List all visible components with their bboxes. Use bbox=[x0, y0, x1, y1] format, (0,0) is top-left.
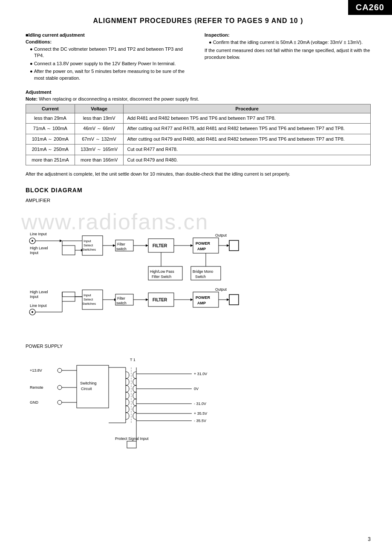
coil-s3 bbox=[133, 385, 136, 392]
idling-left: ■Idling current adjustment Conditions: C… bbox=[26, 32, 192, 83]
v138-circle bbox=[58, 368, 62, 373]
v138-label: +13.8V bbox=[30, 368, 42, 373]
iss1-to-fs1-arrowhead bbox=[113, 244, 115, 247]
iss1-t2: Select bbox=[84, 243, 93, 247]
idling-title: ■Idling current adjustment bbox=[26, 32, 192, 38]
cell-procedure-2: After cutting out R479 and R480, add R48… bbox=[124, 134, 371, 144]
output-2-box bbox=[229, 295, 239, 305]
line-input-2-dot bbox=[32, 311, 33, 313]
power-amp-1-box bbox=[193, 238, 219, 253]
fs1-t1: Filter bbox=[117, 242, 125, 246]
table-row: more than 251mA more than 166mV Cut out … bbox=[26, 155, 371, 165]
cell-voltage-1: 46mV ～ 66mV bbox=[75, 124, 124, 134]
col-header-current: Current bbox=[26, 104, 75, 113]
fs1-filter1-arrowhead bbox=[146, 244, 148, 247]
coil-p3 bbox=[126, 385, 129, 392]
coil-p4 bbox=[126, 392, 129, 399]
cell-voltage-4: more than 166mV bbox=[75, 155, 124, 165]
filter2-amp2-arrowhead bbox=[190, 298, 193, 301]
cell-procedure-3: Cut out R477 and R478. bbox=[124, 145, 371, 155]
fs1-t2: switch bbox=[116, 247, 127, 251]
line-input-1-dot bbox=[32, 240, 33, 242]
filter2-label: FILTER bbox=[153, 298, 167, 302]
inspection-1: Confirm that the idling current is 50mA … bbox=[209, 39, 371, 46]
coil-p5 bbox=[126, 399, 129, 406]
fs2-filter2-arrowhead bbox=[146, 298, 148, 301]
iss1-t3: Switches bbox=[82, 248, 96, 251]
high-level-input-2-label1: High Level bbox=[30, 290, 48, 294]
cell-voltage-0: less than 19mV bbox=[75, 113, 124, 123]
table-row: less than 29mA less than 19mV Add R481 a… bbox=[26, 113, 371, 123]
hlpfs-t2: Filter Switch bbox=[152, 275, 172, 279]
high-level-input-1-box bbox=[62, 246, 75, 255]
coil-p1 bbox=[126, 372, 129, 379]
v355n-label: - 35.5V bbox=[194, 419, 206, 423]
adjustment-table: Current Voltage Procedure less than 29mA… bbox=[26, 104, 371, 165]
cell-current-0: less than 29mA bbox=[26, 113, 75, 123]
line-input-1-label: Line Input bbox=[30, 232, 47, 236]
adjustment-section: Adjustment Note: When replacing or disco… bbox=[26, 90, 371, 177]
protect-signal-label: Protect Signal Input bbox=[115, 436, 149, 441]
v31n-label: - 31.0V bbox=[194, 402, 206, 406]
coil-s7 bbox=[133, 413, 136, 419]
block-diagram-section: BLOCK DIAGRAM www.radiofans.cn AMPLIFIER… bbox=[26, 187, 371, 465]
col-header-procedure: Procedure bbox=[124, 104, 371, 113]
coil-s6 bbox=[133, 406, 136, 413]
model-badge: CA260 bbox=[348, 0, 392, 15]
table-row: 201mA ～ 250mA 133mV ～ 165mV Cut out R477… bbox=[26, 145, 371, 155]
iss2-t1: Input bbox=[84, 293, 92, 297]
cell-current-4: more than 251mA bbox=[26, 155, 75, 165]
coil-p2 bbox=[126, 379, 129, 385]
high-level-input-2-label2: Input bbox=[30, 295, 39, 299]
cell-voltage-2: 67mV ～ 132mV bbox=[75, 134, 124, 144]
iss2-t2: Select bbox=[84, 298, 93, 301]
output-2-label: Output bbox=[215, 287, 227, 292]
line-input-2-label: Line Input bbox=[30, 304, 47, 308]
col-header-voltage: Voltage bbox=[75, 104, 124, 113]
amp1-out1-arrowhead bbox=[227, 244, 229, 247]
power-supply-section: POWER SUPPLY +13.8V Remote GND Switching… bbox=[26, 344, 371, 465]
v31p-label: + 31.0V bbox=[194, 372, 207, 376]
pa1-t1: POWER bbox=[196, 241, 210, 246]
inspection-2: If the current measured does not fall wi… bbox=[205, 47, 371, 61]
amplifier-diagram: Line Input High Level Input Input Select bbox=[26, 205, 366, 337]
power-supply-label: POWER SUPPLY bbox=[26, 344, 371, 349]
coil-p6 bbox=[126, 406, 129, 413]
power-amp-2-box bbox=[193, 292, 219, 307]
cell-procedure-4: Cut out R479 and R480. bbox=[124, 155, 371, 165]
idling-section: ■Idling current adjustment Conditions: C… bbox=[26, 32, 371, 83]
inspection-title: Inspection: bbox=[205, 32, 371, 38]
high-level-input-1-label2: Input bbox=[30, 251, 39, 255]
cell-current-1: 71mA ～ 100mA bbox=[26, 124, 75, 134]
after-table-text: After the adjustment is complete, let th… bbox=[26, 171, 371, 178]
power-supply-diagram: +13.8V Remote GND Switching Circuit T 1 bbox=[26, 350, 324, 465]
v355p-label: + 35.5V bbox=[194, 411, 207, 416]
condition-2: Connect a 13.8V power supply to the 12V … bbox=[30, 61, 192, 67]
condition-3: After the power on, wait for 5 minutes b… bbox=[30, 68, 192, 81]
conditions-title: Conditions: bbox=[26, 39, 192, 44]
output-1-label: Output bbox=[215, 233, 227, 237]
table-row: 101mA ～ 200mA 67mV ～ 132mV After cutting… bbox=[26, 134, 371, 144]
gnd-circle bbox=[58, 400, 62, 405]
amp2-out2-arrowhead bbox=[227, 298, 229, 301]
main-title: ALIGNMENT PROCEDURES (REFER TO PAGES 9 A… bbox=[26, 17, 371, 25]
remote-circle bbox=[58, 385, 62, 390]
hlpfs-t1: High/Low Pass bbox=[150, 269, 174, 274]
coil-s2 bbox=[133, 379, 136, 385]
high-level-input-1-label1: High Level bbox=[30, 246, 48, 250]
condition-1: Connect the DC voltmeter between TP1 and… bbox=[30, 46, 192, 59]
fs2-t1: Filter bbox=[117, 296, 125, 301]
adjustment-title: Adjustment bbox=[26, 90, 371, 95]
page: CA260 ALIGNMENT PROCEDURES (REFER TO PAG… bbox=[0, 0, 392, 555]
cell-procedure-1: After cutting out R477 and R478, add R48… bbox=[124, 124, 371, 134]
idling-right: Inspection: Confirm that the idling curr… bbox=[205, 32, 371, 83]
cell-current-2: 101mA ～ 200mA bbox=[26, 134, 75, 144]
0v-label: 0V bbox=[194, 387, 199, 391]
amplifier-label: AMPLIFIER bbox=[26, 198, 371, 203]
filter1-amp1-arrowhead bbox=[190, 244, 193, 247]
sc-t2: Circuit bbox=[81, 387, 92, 391]
pa2-t1: POWER bbox=[196, 295, 210, 300]
protect-signal-box bbox=[127, 441, 136, 448]
page-number: 3 bbox=[368, 536, 371, 542]
coil-p7 bbox=[126, 413, 129, 419]
